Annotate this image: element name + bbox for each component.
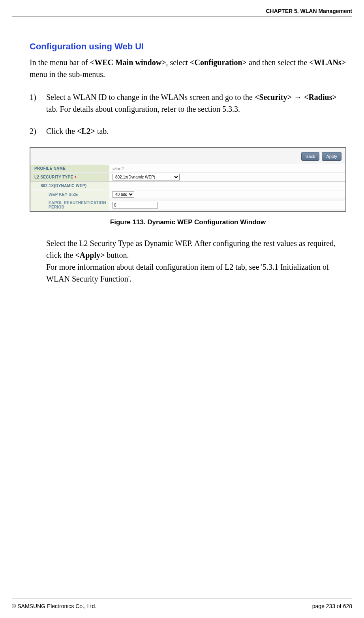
wep-key-size-select[interactable]: 40 bits bbox=[113, 191, 134, 198]
post-para-1: Select the L2 Security Type as Dynamic W… bbox=[46, 237, 346, 261]
eapol-period-input[interactable] bbox=[113, 202, 158, 209]
step-number: 2) bbox=[30, 125, 36, 137]
text: tab. bbox=[95, 127, 109, 135]
wep-key-size-label: WEP KEY SIZE bbox=[30, 191, 109, 198]
wec-main-window-ref: <WEC Main window> bbox=[90, 58, 166, 67]
step-2: 2) Click the <L2> tab. bbox=[30, 125, 346, 137]
button-row: Back Apply bbox=[30, 148, 345, 164]
l2-security-type-select[interactable]: 802.1x(Dynamic WEP) bbox=[113, 174, 180, 180]
configuration-ref: <Configuration> bbox=[190, 58, 247, 67]
apply-ref: <Apply> bbox=[75, 251, 105, 259]
l2-security-type-label: L2 SECURITY TYPE 1 bbox=[30, 173, 109, 181]
eapol-period-row: EAPOL REAUTHENTICATION PERIOD bbox=[30, 199, 345, 211]
eapol-period-label: EAPOL REAUTHENTICATION PERIOD bbox=[30, 199, 109, 211]
chapter-header: CHAPTER 5. WLAN Management bbox=[266, 8, 352, 14]
step-number: 1) bbox=[30, 91, 36, 103]
main-content: Configuration using Web UI In the menu b… bbox=[30, 41, 346, 285]
figure-box: Back Apply PROFILE NAME wlan2 L2 SECURIT… bbox=[30, 147, 346, 226]
wep-key-size-value: 40 bits bbox=[109, 190, 345, 199]
arrow-icon: → bbox=[292, 93, 304, 101]
text: Click the bbox=[46, 127, 77, 135]
apply-button[interactable]: Apply bbox=[322, 152, 341, 161]
text: tab. For details about configuration, re… bbox=[46, 105, 240, 113]
text: , select bbox=[166, 58, 190, 67]
dynamic-wep-header-label: 802.1X(DYNAMIC WEP) bbox=[30, 182, 109, 190]
profile-name-row: PROFILE NAME wlan2 bbox=[30, 164, 345, 173]
page-number: page 233 of 628 bbox=[312, 603, 352, 609]
l2-security-type-value: 802.1x(Dynamic WEP) bbox=[109, 173, 345, 181]
wep-key-size-row: WEP KEY SIZE 40 bits bbox=[30, 190, 345, 199]
section-title: Configuration using Web UI bbox=[30, 41, 346, 52]
radius-ref: <Radius> bbox=[304, 93, 337, 101]
text: Select a WLAN ID to change in the WLANs … bbox=[46, 93, 255, 101]
copyright: © SAMSUNG Electronics Co., Ltd. bbox=[12, 603, 96, 609]
post-step-text: Select the L2 Security Type as Dynamic W… bbox=[30, 237, 346, 285]
text: In the menu bar of bbox=[30, 58, 90, 67]
dynamic-wep-header-value bbox=[109, 182, 345, 190]
eapol-period-value bbox=[109, 201, 345, 209]
profile-name-label: PROFILE NAME bbox=[30, 165, 109, 172]
l2-security-type-row: L2 SECURITY TYPE 1 802.1x(Dynamic WEP) bbox=[30, 173, 345, 181]
label-text: L2 SECURITY TYPE bbox=[34, 175, 73, 179]
figure-caption: Figure 113. Dynamic WEP Configuration Wi… bbox=[30, 218, 346, 226]
post-para-2: For more information about detail config… bbox=[46, 261, 346, 285]
page-footer: © SAMSUNG Electronics Co., Ltd. page 233… bbox=[12, 603, 352, 609]
profile-name-text: wlan2 bbox=[113, 166, 124, 171]
dynamic-wep-header-row: 802.1X(DYNAMIC WEP) bbox=[30, 181, 345, 190]
intro-paragraph: In the menu bar of <WEC Main window>, se… bbox=[30, 56, 346, 80]
back-button[interactable]: Back bbox=[301, 152, 319, 161]
screenshot-window: Back Apply PROFILE NAME wlan2 L2 SECURIT… bbox=[30, 147, 346, 212]
required-marker: 1 bbox=[75, 175, 77, 179]
step-1: 1) Select a WLAN ID to change in the WLA… bbox=[30, 91, 346, 115]
profile-name-value: wlan2 bbox=[109, 164, 345, 173]
l2-ref: <L2> bbox=[77, 127, 95, 135]
wlans-ref: <WLANs> bbox=[309, 58, 346, 67]
text: button. bbox=[105, 251, 129, 259]
text: menu in the sub-menus. bbox=[30, 70, 105, 79]
step-list: 1) Select a WLAN ID to change in the WLA… bbox=[30, 91, 346, 137]
security-ref: <Security> bbox=[255, 93, 292, 101]
header-rule bbox=[12, 17, 352, 17]
footer-rule bbox=[12, 599, 352, 599]
text: and then select the bbox=[247, 58, 309, 67]
